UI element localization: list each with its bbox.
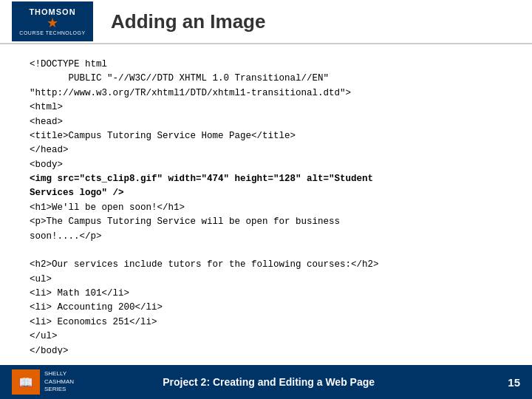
footer-title: Project 2: Creating and Editing a Web Pa… [30, 376, 508, 388]
code-line-rest: <h1>We'll be open soon!</h1> <p>The Camp… [30, 202, 379, 355]
header: THOMSON ★ COURSE TECHNOLOGY Adding an Im… [0, 0, 532, 44]
star-icon: ★ [47, 16, 58, 30]
logo: THOMSON ★ COURSE TECHNOLOGY [12, 1, 93, 41]
footer-page-number: 15 [508, 376, 520, 389]
code-line-1: <!DOCTYPE html PUBLIC "-//W3C//DTD XHTML… [30, 59, 351, 170]
footer: 📖 SHELLY CASHMAN SERIES Project 2: Creat… [0, 365, 532, 399]
main-content: <!DOCTYPE html PUBLIC "-//W3C//DTD XHTML… [0, 44, 532, 355]
code-highlight-img: <img src="cts_clip8.gif" width="474" hei… [30, 174, 373, 198]
page-title: Adding an Image [111, 10, 265, 33]
code-display: <!DOCTYPE html PUBLIC "-//W3C//DTD XHTML… [30, 58, 502, 355]
sub-brand: COURSE TECHNOLOGY [19, 30, 85, 35]
